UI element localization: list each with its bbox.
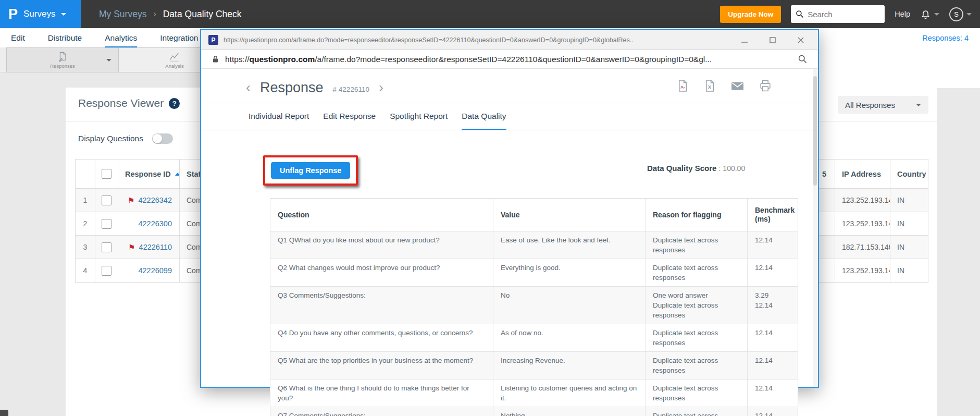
benchmark-cell: 3.2912.14 (748, 287, 799, 324)
help-question-icon[interactable] (169, 98, 180, 109)
question-cell: Q4 Do you have any other comments, quest… (270, 324, 493, 351)
select-all-checkbox[interactable] (102, 169, 111, 179)
country-code-header[interactable]: Country Code (890, 160, 928, 188)
modal-scrollbar[interactable] (813, 69, 817, 387)
row-checkbox[interactable] (102, 195, 111, 205)
email-envelope-icon[interactable] (730, 79, 745, 92)
page-title: Response Viewer (78, 97, 164, 109)
window-title-url: https://questionpro.com/a/frame.do?mode=… (224, 36, 729, 44)
row-checkbox[interactable] (102, 219, 111, 229)
help-link[interactable]: Help (895, 10, 910, 18)
top-bar: P Surveys My Surveys › Data Quality Chec… (0, 0, 980, 28)
ip-address-cell: 123.252.193.148 (835, 259, 890, 282)
row-checkbox-cell (95, 189, 118, 212)
nav-tab-distribute[interactable]: Distribute (48, 28, 82, 47)
responses-filter-dropdown[interactable]: All Responses (838, 96, 928, 114)
value-cell: Increasing Revenue. (493, 352, 646, 379)
responses-doc-icon (57, 51, 68, 63)
unflag-response-button[interactable]: Unflag Response (271, 162, 350, 179)
product-switcher[interactable]: P Surveys (0, 0, 81, 28)
response-id-link[interactable]: 42226099 (138, 266, 172, 275)
nav-tab-integration[interactable]: Integration (160, 28, 198, 47)
response-id-link[interactable]: 42226300 (138, 219, 172, 228)
account-menu[interactable]: S (949, 7, 972, 21)
questionpro-favicon: P (208, 35, 218, 45)
close-button[interactable] (797, 36, 804, 44)
viewer-title-row: Response Viewer (78, 97, 180, 109)
benchmark-line: 12.14 (755, 263, 791, 273)
row-checkbox[interactable] (102, 266, 111, 276)
analysis-chart-icon (168, 51, 181, 63)
benchmark-line: 12.14 (755, 383, 791, 393)
row-number: 1 (76, 189, 95, 212)
nav-tab-analytics[interactable]: Analytics (105, 28, 137, 47)
quality-row: Q4 Do you have any other comments, quest… (270, 324, 798, 351)
modal-content: ‹ Response # 42226110 › X I (201, 69, 818, 387)
reason-line: Duplicate text across responses (653, 300, 740, 320)
nav-tab-edit[interactable]: Edit (11, 28, 25, 47)
chevron-down-icon (916, 104, 921, 106)
breadcrumb-my-surveys[interactable]: My Surveys (99, 9, 146, 20)
print-icon[interactable] (759, 79, 772, 92)
topbar-actions: Upgrade Now Help S (720, 5, 980, 23)
previous-response-icon[interactable]: ‹ (246, 81, 251, 95)
spacer (819, 47, 980, 88)
pdf-export-icon[interactable] (676, 79, 689, 92)
response-id-link[interactable]: 42226110 (139, 243, 172, 251)
response-row-right: 123.252.193.148IN (815, 259, 928, 282)
reason-line: Duplicate text across responses (653, 411, 740, 416)
modal-tabs: Individual ReportEdit ResponseSpotlight … (249, 103, 506, 130)
maximize-button[interactable] (769, 36, 776, 44)
response-header: ‹ Response # 42226110 › (246, 73, 383, 102)
zoom-search-icon[interactable] (798, 54, 808, 64)
response-row-right: 182.71.153.146IN (815, 235, 928, 259)
benchmark-cell: 12.14 (748, 259, 799, 286)
address-path: /a/frame.do?mode=responseeditor&response… (315, 55, 712, 64)
response-editor-window: P https://questionpro.com/a/frame.do?mod… (200, 29, 819, 388)
address-bar[interactable]: https://questionpro.com/a/frame.do?mode=… (201, 50, 818, 69)
filter-selected-value: All Responses (845, 101, 895, 109)
benchmark-line: 12.14 (755, 356, 791, 365)
minimize-button[interactable] (741, 36, 748, 44)
search-input[interactable] (808, 10, 875, 19)
app-root: P Surveys My Surveys › Data Quality Chec… (0, 0, 980, 416)
next-response-icon[interactable]: › (379, 81, 383, 95)
response-row-right: 123.252.193.148IN (815, 188, 928, 212)
response-title: Response (260, 80, 324, 96)
display-questions-toggle[interactable] (152, 133, 173, 144)
global-search[interactable] (791, 5, 885, 23)
upgrade-now-button[interactable]: Upgrade Now (720, 6, 781, 23)
search-icon (796, 10, 804, 18)
modal-tab-edit-response[interactable]: Edit Response (323, 103, 376, 130)
row-number: 2 (76, 212, 95, 235)
export-actions: X (676, 79, 772, 92)
toolbar-responses-button[interactable]: Responses (6, 47, 119, 72)
excel-export-icon[interactable]: X (703, 79, 716, 92)
ip-address-header[interactable]: IP Address (835, 160, 890, 188)
value-cell: Ease of use. Like the look and feel. (493, 231, 646, 259)
modal-tab-individual-report[interactable]: Individual Report (249, 103, 309, 130)
window-title-bar[interactable]: P https://questionpro.com/a/frame.do?mod… (201, 30, 818, 50)
value-cell: Everything is good. (493, 259, 646, 286)
reason-line: One word answer (653, 290, 740, 300)
response-id-cell: 42226099 (118, 259, 180, 282)
modal-tab-spotlight-report[interactable]: Spotlight Report (390, 103, 448, 130)
response-id-header[interactable]: Response ID (118, 160, 180, 188)
modal-tab-data-quality[interactable]: Data Quality (462, 103, 506, 130)
quality-row: Q1 QWhat do you like most about our new … (270, 231, 798, 259)
benchmark-line: 3.29 (755, 290, 791, 300)
value-cell: No (493, 287, 646, 324)
chat-widget-sliver[interactable] (0, 410, 8, 416)
benchmark-cell: 12.14 (748, 380, 799, 407)
benchmark-line: 12.14 (755, 411, 791, 416)
ip-address-cell: 123.252.193.148 (835, 189, 890, 212)
value-header: Value (493, 199, 646, 231)
question-header: Question (270, 199, 493, 231)
row-checkbox[interactable] (102, 242, 111, 252)
quality-row: Q6 What is the one thing I should do to … (270, 379, 798, 407)
notifications-menu[interactable] (920, 9, 939, 20)
response-id-link[interactable]: 42226342 (138, 196, 172, 204)
reason-cell: Duplicate text across responses (646, 259, 748, 286)
country-code-cell: IN (890, 212, 928, 235)
scrollbar-thumb[interactable] (813, 76, 817, 186)
